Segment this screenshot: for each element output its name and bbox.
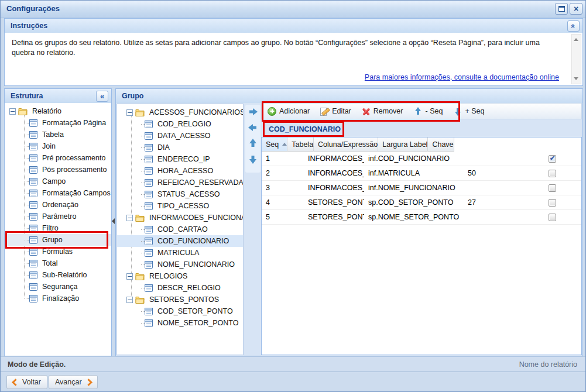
tree-item[interactable]: Pós processamento [5, 164, 111, 176]
tree-item[interactable]: Segurança [5, 281, 111, 293]
tree-item[interactable]: Join [5, 140, 111, 152]
avancar-button[interactable]: Avançar [49, 375, 98, 389]
grid-column-header[interactable]: Coluna/Expressão [314, 137, 378, 152]
form-icon [145, 167, 153, 175]
splitter-collapse-arrow-icon[interactable] [112, 218, 115, 224]
double-chevron-left-icon [100, 92, 104, 101]
tree-item[interactable]: COD_RELOGIO [117, 118, 243, 130]
tree-item[interactable]: NOME_SETOR_PONTO [117, 317, 243, 329]
tree-item[interactable]: COD_SETOR_PONTO [117, 305, 243, 317]
toolbar-button-icon [268, 107, 276, 116]
tree-item[interactable]: Filtro [5, 222, 111, 234]
scroll-down-button[interactable] [572, 74, 581, 83]
tree-item[interactable]: TIPO_ACESSO [117, 200, 243, 212]
grid-column-header[interactable]: Tabela [287, 137, 314, 152]
tree-item[interactable]: DATA_ACESSO [117, 130, 243, 142]
collapse-instructions-button[interactable] [567, 20, 580, 32]
restore-button[interactable] [555, 3, 568, 15]
move-up-button[interactable] [246, 137, 259, 150]
close-button[interactable] [570, 3, 582, 15]
form-icon [29, 213, 37, 221]
table-row[interactable]: 4 SETORES_PONTOS sp.COD_SETOR_PONTO 27 [262, 195, 581, 210]
remover-button[interactable]: Remover [362, 107, 403, 116]
folder-icon [135, 273, 145, 280]
tree-item[interactable]: Total [5, 257, 111, 269]
move-right-button[interactable] [246, 105, 259, 118]
plus-seq-button[interactable]: + Seq [453, 107, 484, 116]
tree-item[interactable]: RELOGIOS [117, 270, 243, 282]
move-left-button[interactable] [246, 121, 259, 134]
tree-item[interactable]: DIA [117, 142, 243, 153]
tree-item[interactable]: COD_CARTAO [117, 223, 243, 235]
voltar-button[interactable]: Voltar [6, 375, 47, 389]
vertical-scrollbar[interactable] [571, 34, 581, 84]
tree-item[interactable]: SETORES_PONTOS [117, 294, 243, 305]
table-row[interactable]: 3 INFORMACOES_F... inf.NOME_FUNCIONARIO [262, 181, 581, 195]
tree-item[interactable]: DESCR_RELOGIO [117, 282, 243, 294]
tree-item[interactable]: Finalização [5, 293, 111, 304]
tree-item-label: NOME_FUNCIONARIO [156, 260, 237, 269]
adicionar-button[interactable]: Adicionar [268, 107, 310, 116]
tree-item[interactable]: REFEICAO_RESERVADA [117, 177, 243, 188]
folder-icon [135, 109, 145, 116]
tree-item[interactable]: Fórmulas [5, 246, 111, 257]
toolbar-button-label: - Seq [426, 107, 443, 115]
table-row[interactable]: 2 INFORMACOES_F... inf.MATRICULA 50 [262, 166, 581, 181]
tree-item[interactable]: STATUS_ACESSO [117, 188, 243, 200]
collapse-expander-icon[interactable] [126, 109, 133, 116]
tree-item[interactable]: Formatação Campos [5, 187, 111, 199]
tree-item[interactable]: INFORMACOES_FUNCIONARIOS [117, 212, 243, 223]
tree-item[interactable]: Formatação Página [5, 117, 111, 129]
tree-item-label: STATUS_ACESSO [156, 190, 222, 198]
move-down-button[interactable] [246, 153, 259, 166]
cell-tabela: SETORES_PONTOS [304, 213, 364, 221]
collapse-expander-icon[interactable] [126, 215, 133, 221]
scroll-up-button[interactable] [572, 35, 581, 44]
tree-item[interactable]: COD_FUNCIONARIO [117, 235, 243, 247]
tree-item-label: NOME_SETOR_PONTO [156, 319, 240, 327]
tree-item[interactable]: ACESSOS_FUNCIONARIOS [117, 106, 243, 118]
grid-column-header[interactable]: Chave [428, 137, 454, 152]
fields-grid: Seq Tabela Coluna/Expressão Largura Labe… [261, 137, 582, 355]
collapse-expander-icon[interactable] [126, 297, 133, 303]
tree-item[interactable]: Campo [5, 176, 111, 187]
documentation-link[interactable]: Para maiores informações, consulte a doc… [365, 73, 559, 81]
table-row[interactable]: 1 INFORMACOES_F... inf.COD_FUNCIONARIO [262, 152, 581, 166]
grid-column-header[interactable]: Largura Label [378, 137, 428, 152]
tree-item[interactable]: Sub-Relatório [5, 269, 111, 281]
form-icon [145, 202, 153, 210]
tree-item-label: ACESSOS_FUNCIONARIOS [148, 108, 244, 116]
close-icon [574, 5, 578, 13]
cell-seq: 4 [262, 198, 304, 207]
form-icon [145, 121, 153, 128]
grupo-tree: ACESSOS_FUNCIONARIOS COD_RELOGIO [117, 104, 243, 329]
collapse-estrutura-button[interactable] [96, 91, 108, 102]
chave-checkbox[interactable] [549, 155, 556, 163]
grid-column-label: Chave [432, 140, 453, 149]
tree-item[interactable]: Relatório [5, 105, 111, 117]
chave-checkbox[interactable] [549, 214, 556, 221]
table-row[interactable]: 5 SETORES_PONTOS sp.NOME_SETOR_PONTO [262, 210, 581, 225]
tree-item[interactable]: NOME_FUNCIONARIO [117, 259, 243, 270]
tree-item[interactable]: Grupo [5, 234, 111, 246]
editar-button[interactable]: Editar [320, 107, 351, 116]
tree-item[interactable]: MATRICULA [117, 247, 243, 259]
grid-column-header[interactable]: Seq [262, 137, 287, 152]
tree-item[interactable]: HORA_ACESSO [117, 165, 243, 177]
avancar-label: Avançar [55, 378, 82, 386]
tree-item[interactable]: Parâmetro [5, 211, 111, 222]
tree-item-label: Parâmetro [40, 212, 78, 221]
estrutura-panel-header: Estrutura [5, 89, 111, 104]
tree-item[interactable]: Pré processamento [5, 152, 111, 164]
collapse-expander-icon[interactable] [126, 273, 133, 280]
chave-checkbox[interactable] [549, 184, 556, 192]
chave-checkbox[interactable] [549, 199, 556, 207]
collapse-expander-icon[interactable] [9, 108, 16, 115]
tree-item[interactable]: ENDERECO_IP [117, 153, 243, 165]
tree-item-label: INFORMACOES_FUNCIONARIOS [148, 214, 244, 222]
tree-item[interactable]: Ordenação [5, 199, 111, 211]
minus-seq-button[interactable]: - Seq [414, 107, 443, 116]
folder-icon [135, 214, 145, 222]
chave-checkbox[interactable] [549, 170, 556, 177]
tree-item[interactable]: Tabela [5, 129, 111, 140]
